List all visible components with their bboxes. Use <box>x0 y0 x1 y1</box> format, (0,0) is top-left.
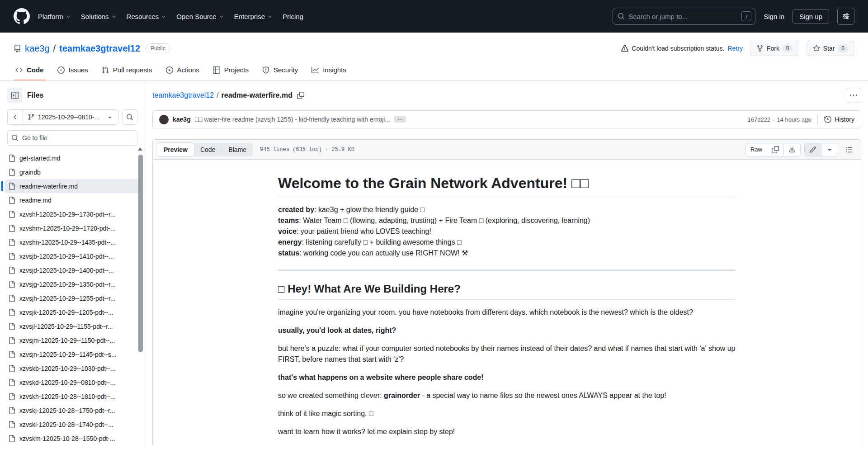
commit-message[interactable]: □□ water-fire readme (xzvsjh 1255) - kid… <box>195 116 390 123</box>
file-name: xzvsjk-12025-10-29--1205-pdt--... <box>19 309 113 316</box>
tab-blame[interactable]: Blame <box>222 143 253 156</box>
tab-preview[interactable]: Preview <box>157 142 194 157</box>
file-tree-item[interactable]: graindb <box>5 165 140 179</box>
file-tree-item[interactable]: xzvskj-12025-10-28--1750-pdt--r... <box>5 403 140 417</box>
file-name: xzvskm-12025-10-28--1550-pdt-... <box>19 435 115 442</box>
file-stats: 945 lines (635 loc) · 25.9 KB <box>260 147 354 153</box>
file-tree-item[interactable]: xzvshl-12025-10-29--1730-pdt--r... <box>5 207 140 221</box>
search-input[interactable] <box>628 13 738 20</box>
file-tree-item[interactable]: readme-waterfire.md <box>5 179 140 193</box>
raw-button[interactable]: Raw <box>746 143 767 156</box>
tab-projects[interactable]: Projects <box>208 61 254 80</box>
tab-issues[interactable]: Issues <box>52 61 94 80</box>
commit-author[interactable]: kae3g <box>173 116 191 123</box>
chevron-down-icon <box>111 14 117 19</box>
file-tree-item[interactable]: get-started.md <box>5 151 140 165</box>
breadcrumb-file-name: readme-waterfire.md <box>222 91 292 99</box>
issue-icon <box>57 66 65 74</box>
md-divider <box>278 269 736 271</box>
download-icon[interactable] <box>783 143 800 156</box>
repo-title: kae3g / teamkae3gtravel12 Public <box>14 43 170 54</box>
file-view: teamkae3gtravel12 / readme-waterfire.md … <box>145 80 868 445</box>
more-options-icon[interactable] <box>846 88 861 103</box>
file-icon <box>8 295 15 302</box>
commit-sha-link[interactable]: 167d222 <box>748 116 771 123</box>
nav-enterprise[interactable]: Enterprise <box>234 13 273 20</box>
sign-in-link[interactable]: Sign in <box>764 13 784 20</box>
site-search[interactable]: / <box>613 8 755 25</box>
file-icon <box>8 253 15 260</box>
file-tree-item[interactable]: xzvskm-12025-10-28--1550-pdt-... <box>5 431 140 445</box>
copy-path-icon[interactable] <box>297 92 304 99</box>
repo-owner-link[interactable]: kae3g <box>25 43 50 54</box>
repo-name-link[interactable]: teamkae3gtravel12 <box>59 43 140 54</box>
triangle-down-icon <box>106 113 113 121</box>
file-name: xzvskl-12025-10-28--1740-pdt--... <box>19 421 113 428</box>
site-header: Platform Solutions Resources Open Source… <box>0 0 868 33</box>
file-tree-item[interactable]: xzvsjm-12025-10-29--1150-pdt--... <box>5 333 140 347</box>
chevron-left-icon[interactable] <box>8 110 23 124</box>
outline-icon[interactable] <box>842 143 856 156</box>
commit-message-expander-icon[interactable] <box>394 116 406 123</box>
file-toolbar: Preview Code Blame 945 lines (635 loc) ·… <box>153 140 861 160</box>
tree-search-icon[interactable] <box>122 109 137 125</box>
avatar[interactable] <box>159 115 169 124</box>
file-name: xzvskh-12025-10-28--1810-pdt--... <box>19 393 115 400</box>
file-tree-item[interactable]: xzvsjh-12025-10-29--1255-pdt--r... <box>5 291 140 305</box>
settings-sliders-icon[interactable] <box>837 8 854 25</box>
tab-code-view[interactable]: Code <box>194 143 222 156</box>
file-icon <box>8 225 15 232</box>
file-tree-item[interactable]: xzvskh-12025-10-28--1810-pdt--... <box>5 389 140 403</box>
tab-actions[interactable]: Actions <box>160 61 205 80</box>
tab-pull-requests[interactable]: Pull requests <box>96 61 158 80</box>
retry-link[interactable]: Retry <box>727 45 742 52</box>
file-tree-item[interactable]: xzvsjl-12025-10-29--1155-pdt--r... <box>5 319 140 333</box>
sign-up-button[interactable]: Sign up <box>793 9 829 24</box>
star-button[interactable]: Star 0 <box>807 41 854 56</box>
subscription-error-text: Couldn't load subscription status. <box>632 45 724 52</box>
file-tree-item[interactable]: xzvsjb-12025-10-29--1410-pdt--... <box>5 249 140 263</box>
md-meta-line: voice: your patient friend who LOVES tea… <box>278 226 736 237</box>
file-tree-item[interactable]: xzvshn-12025-10-29--1435-pdt--... <box>5 235 140 249</box>
sidebar-scrollbar[interactable] <box>138 155 143 352</box>
fork-button[interactable]: Fork 0 <box>750 41 799 56</box>
history-button[interactable]: History <box>817 114 854 125</box>
file-tree-item[interactable]: xzvsjk-12025-10-29--1205-pdt--... <box>5 305 140 319</box>
file-tree-item[interactable]: readme.md <box>5 193 140 207</box>
nav-open-source[interactable]: Open Source <box>176 13 224 20</box>
file-icon <box>8 155 15 162</box>
file-tree-item[interactable]: xzvskl-12025-10-28--1740-pdt--... <box>5 417 140 431</box>
tab-insights[interactable]: Insights <box>306 61 352 80</box>
file-tree-item[interactable]: xzvskb-12025-10-29--1030-pdt--... <box>5 361 140 375</box>
branch-selector[interactable]: 12025-10-29--0810-... <box>23 110 118 124</box>
chevron-down-icon <box>267 14 273 19</box>
nav-solutions[interactable]: Solutions <box>81 13 117 20</box>
github-logo-icon[interactable] <box>14 8 30 24</box>
file-icon <box>8 169 15 176</box>
nav-resources[interactable]: Resources <box>127 13 167 20</box>
play-circle-icon <box>166 66 173 74</box>
pull-request-icon <box>102 66 109 74</box>
collapse-sidebar-icon[interactable] <box>7 88 23 103</box>
file-tree-item[interactable]: xzvshm-12025-10-29--1720-pdt-... <box>5 221 140 235</box>
file-tree-item[interactable]: xzvsjg-12025-10-29--1350-pdt--r... <box>5 277 140 291</box>
tab-code[interactable]: Code <box>10 61 49 80</box>
file-icon <box>8 183 15 190</box>
markdown-scroll-area[interactable]: Welcome to the Grain Network Adventure! … <box>153 160 861 445</box>
file-tree-item[interactable]: xzvskd-12025-10-29--0810-pdt--... <box>5 375 140 389</box>
file-tree-item[interactable]: xzvsjn-12025-10-29--1145-pdt--s... <box>5 347 140 361</box>
file-name: xzvskd-12025-10-29--0810-pdt--... <box>19 379 115 386</box>
copy-file-icon[interactable] <box>767 143 783 156</box>
edit-dropdown-icon[interactable] <box>821 143 838 156</box>
tab-security[interactable]: Security <box>257 61 303 80</box>
nav-platform[interactable]: Platform <box>38 13 71 20</box>
scrollbar-up-arrow[interactable] <box>138 147 142 151</box>
md-meta-line: energy: listening carefully □ + building… <box>278 237 736 248</box>
breadcrumb-repo-link[interactable]: teamkae3gtravel12 <box>152 91 214 99</box>
branch-name: 12025-10-29--0810-... <box>38 113 99 121</box>
nav-pricing[interactable]: Pricing <box>283 13 303 20</box>
slash-key-hint: / <box>741 11 751 21</box>
edit-pencil-icon[interactable] <box>805 143 821 156</box>
file-tree-item[interactable]: xzvsjd-12025-10-29--1400-pdt--... <box>5 263 140 277</box>
go-to-file-input[interactable] <box>7 130 137 146</box>
